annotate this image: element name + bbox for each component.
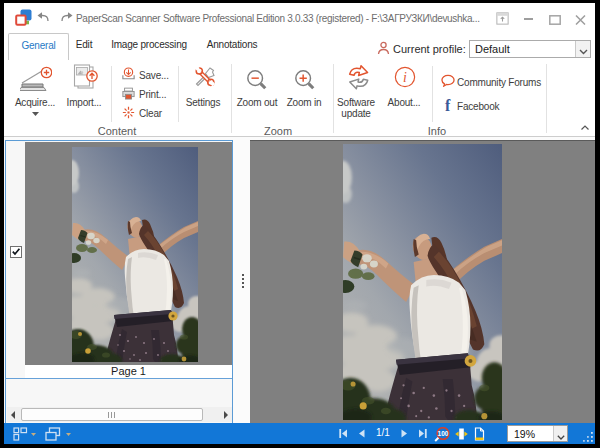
svg-text:i: i [403,70,407,85]
svg-text:100: 100 [438,430,449,437]
